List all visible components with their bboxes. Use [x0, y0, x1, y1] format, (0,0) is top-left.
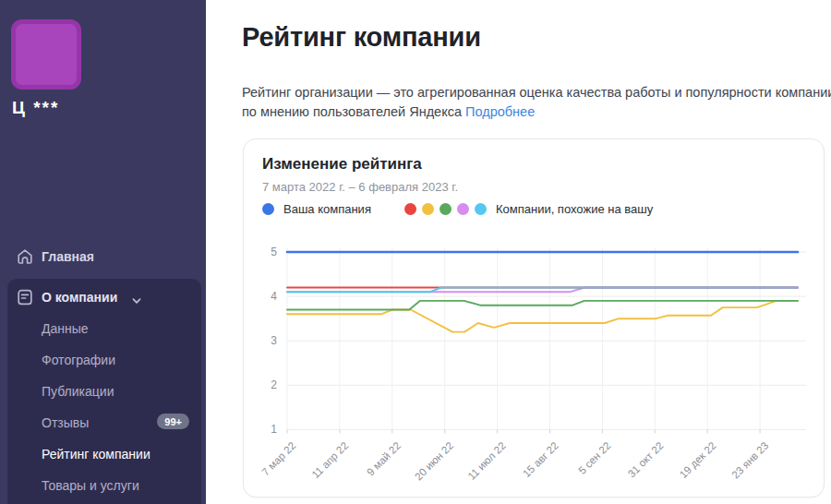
- x-tick-label: 7 мар 22: [259, 439, 297, 477]
- chevron-down-icon[interactable]: [131, 294, 142, 305]
- sidebar-item-home[interactable]: Главная: [0, 247, 206, 268]
- legend-label-similar-companies: Компании, похожие на вашу: [496, 202, 653, 216]
- sidebar-item-home-label: Главная: [42, 249, 94, 264]
- x-tick-label: 20 июн 22: [413, 439, 455, 482]
- chart-title: Изменение рейтинга: [262, 155, 422, 174]
- sidebar-section-label[interactable]: О компании: [42, 290, 117, 305]
- reviews-count-badge: 99+: [157, 414, 189, 429]
- sidebar-item-company-rating[interactable]: Рейтинг компании: [42, 447, 151, 462]
- page-title: Рейтинг компании: [242, 22, 481, 53]
- x-tick-label: 11 апр 22: [309, 439, 350, 480]
- app-screen: Ц *** Главная О компании: [0, 0, 831, 504]
- y-tick-label: 1: [271, 423, 277, 436]
- page-description: Рейтинг организации — это агрегированная…: [242, 83, 831, 122]
- document-icon: [16, 288, 34, 306]
- legend-dots-similar-companies: [404, 203, 487, 215]
- sidebar-item-data[interactable]: Данные: [42, 321, 89, 336]
- y-tick-label: 4: [271, 290, 277, 303]
- x-tick-label: 11 июл 22: [465, 439, 508, 482]
- x-tick-label: 15 авг 22: [521, 439, 560, 479]
- y-tick-label: 5: [271, 246, 277, 258]
- main-content: Рейтинг компании Рейтинг организации — э…: [206, 0, 831, 504]
- legend-dot-your-company: [262, 203, 274, 215]
- x-tick-label: 5 сен 22: [576, 439, 613, 476]
- x-tick-label: 31 окт 22: [626, 439, 666, 479]
- legend-dot: [422, 203, 434, 215]
- company-avatar[interactable]: [11, 19, 81, 90]
- sidebar-item-photos[interactable]: Фотографии: [42, 353, 115, 367]
- chart-svg: 543217 мар 2211 апр 229 май 2220 июн 221…: [244, 228, 824, 497]
- sidebar-item-reviews[interactable]: Отзывы: [42, 415, 89, 430]
- company-name: Ц ***: [12, 98, 59, 118]
- legend-dot: [262, 203, 274, 215]
- page-description-text: Рейтинг организации — это агрегированная…: [242, 85, 831, 119]
- legend-dot: [404, 203, 416, 215]
- rating-chart-card: Изменение рейтинга 7 марта 2022 г. – 6 ф…: [243, 138, 825, 498]
- x-tick-label: 9 май 22: [365, 439, 403, 477]
- legend-dot: [457, 203, 469, 215]
- sidebar-item-goods-services[interactable]: Товары и услуги: [42, 478, 139, 493]
- chart-date-range: 7 марта 2022 г. – 6 февраля 2023 г.: [262, 180, 458, 194]
- sidebar-section-about-company: О компании Данные Фотографии Публикации …: [7, 279, 201, 504]
- sidebar: Ц *** Главная О компании: [0, 0, 206, 504]
- x-tick-label: 19 дек 22: [678, 439, 718, 480]
- legend-dot: [440, 203, 452, 215]
- more-link[interactable]: Подробнее: [465, 104, 535, 119]
- y-tick-label: 2: [271, 378, 277, 391]
- y-tick-label: 3: [271, 334, 277, 347]
- chart-legend: Ваша компания Компании, похожие на вашу: [262, 200, 653, 217]
- sidebar-item-posts[interactable]: Публикации: [42, 384, 114, 399]
- rating-line-chart: 543217 мар 2211 апр 229 май 2220 июн 221…: [244, 228, 824, 497]
- home-icon: [16, 247, 34, 266]
- legend-label-your-company: Ваша компания: [283, 202, 371, 216]
- x-tick-label: 23 янв 23: [729, 439, 770, 480]
- legend-dot: [475, 203, 487, 215]
